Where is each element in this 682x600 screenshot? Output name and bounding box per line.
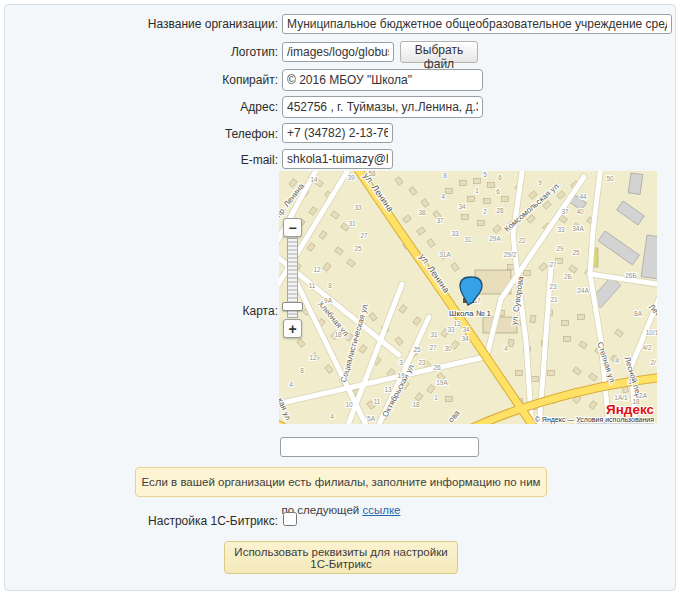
- yandex-map[interactable]: пр. Ленинаул. Ленинаул. ЛенинаКомсомольс…: [279, 171, 657, 424]
- org-name-input[interactable]: [282, 14, 672, 34]
- house-number: 33: [451, 230, 459, 237]
- house-number: 19А: [436, 379, 448, 386]
- house-number: 13: [384, 386, 392, 393]
- phone-label: Телефон:: [10, 127, 278, 141]
- house-number: 13: [453, 320, 461, 327]
- house-number: 5А: [367, 415, 376, 422]
- map-terms-link: Условия использования: [576, 416, 654, 423]
- house-number: 4: [441, 193, 445, 200]
- house-number: 1: [475, 187, 479, 194]
- house-number: 4: [615, 357, 619, 364]
- house-number: 2А: [639, 392, 648, 399]
- house-number: 34А: [572, 225, 584, 232]
- house-number: 37: [561, 208, 569, 215]
- house-number: 10/1: [646, 329, 657, 336]
- bitrix-setting-label: Настройка 1С-Битрикс:: [10, 514, 278, 528]
- branches-link[interactable]: ссылке: [362, 504, 400, 516]
- house-number: 12: [313, 266, 321, 273]
- map-extra-input[interactable]: [280, 437, 479, 457]
- house-number: 58: [368, 171, 376, 177]
- address-label: Адрес:: [10, 100, 278, 114]
- house-number: 11: [374, 398, 381, 405]
- house-number: 1А/1: [614, 394, 628, 401]
- house-number: 12: [309, 354, 317, 361]
- bitrix-setting-checkbox[interactable]: [283, 512, 297, 526]
- house-number: 4: [330, 413, 334, 420]
- logo-label: Логотип:: [10, 45, 278, 59]
- house-number: 39: [347, 174, 355, 181]
- house-number: 8А: [634, 310, 643, 317]
- house-number: 8: [328, 282, 332, 289]
- phone-input[interactable]: [282, 123, 393, 143]
- house-number: 26: [433, 364, 441, 371]
- house-number: 25: [413, 346, 421, 353]
- map-zoom-slider-handle[interactable]: [282, 302, 303, 311]
- house-number: 34: [462, 326, 470, 333]
- house-number: 24А: [577, 287, 589, 294]
- house-number: 6: [498, 174, 502, 181]
- house-number: 2: [483, 208, 487, 215]
- copyright-input[interactable]: [282, 69, 483, 91]
- house-number: 29: [556, 245, 564, 252]
- house-number: 29А: [489, 235, 501, 242]
- house-number: 31: [430, 331, 438, 338]
- house-number: 40: [576, 208, 584, 215]
- house-number: 22: [518, 237, 526, 244]
- house-number: 27: [360, 232, 368, 239]
- map-pin-label: Школа № 1: [449, 309, 491, 318]
- address-input[interactable]: [282, 96, 483, 118]
- house-number: 1: [628, 378, 632, 385]
- house-number: 27: [549, 261, 557, 268]
- org-name-label: Название организации:: [10, 17, 278, 31]
- house-number: 34: [458, 203, 466, 210]
- house-number: 9: [538, 179, 542, 186]
- house-number: 21: [550, 296, 558, 303]
- house-number: 26Б: [625, 272, 637, 279]
- map-attribution: © Яндекс — Условия использования: [535, 416, 654, 424]
- house-number: 33: [354, 204, 362, 211]
- house-number: 37: [436, 217, 444, 224]
- choose-file-button[interactable]: Выбрать файл: [400, 41, 478, 63]
- house-number: 1: [434, 394, 438, 401]
- email-label: E-mail:: [10, 153, 278, 167]
- house-number: 28: [496, 207, 504, 214]
- map-zoom-in-button[interactable]: +: [283, 319, 302, 338]
- copyright-label: Копирайт:: [10, 73, 278, 87]
- house-number: 6: [496, 188, 500, 195]
- logo-path-input[interactable]: [282, 42, 394, 62]
- house-number: 11: [309, 282, 316, 289]
- house-number: 4: [504, 345, 508, 352]
- house-number: 5: [483, 171, 487, 178]
- map-zoom-out-button[interactable]: −: [283, 218, 302, 237]
- house-number: 19: [397, 372, 405, 379]
- house-number: 25: [354, 245, 362, 252]
- house-number: 4: [289, 381, 293, 388]
- house-number: 31: [348, 220, 356, 227]
- branches-notice: Если в вашей организации есть филиалы, з…: [135, 467, 547, 497]
- house-number: 8: [300, 367, 304, 374]
- use-requisites-button[interactable]: Использовать реквизиты для настройки 1С-…: [224, 541, 458, 574]
- house-number: 33: [447, 326, 455, 333]
- house-number: 3: [399, 359, 403, 366]
- map-canvas: пр. Ленинаул. Ленинаул. ЛенинаКомсомольс…: [279, 171, 657, 424]
- house-number: 34: [461, 335, 469, 342]
- house-number: 27: [429, 344, 437, 351]
- house-number: 38: [418, 209, 426, 216]
- house-number: 25: [572, 249, 580, 256]
- house-number: 30: [444, 345, 452, 352]
- house-number: 18: [334, 331, 342, 338]
- house-number: 2/1: [650, 359, 657, 366]
- house-number: 31А: [439, 251, 451, 258]
- house-number: 50: [606, 175, 614, 182]
- house-number: 18: [412, 401, 420, 408]
- email-input[interactable]: [282, 149, 393, 169]
- house-number: 4/2: [642, 344, 651, 351]
- house-number: 9А: [324, 297, 333, 304]
- house-number: 23: [418, 359, 426, 366]
- house-number: 31: [464, 236, 472, 243]
- house-number: 29/2: [504, 251, 517, 258]
- house-number: 8: [443, 172, 447, 179]
- house-number: 10: [345, 401, 353, 408]
- house-number: 2Б: [564, 273, 572, 280]
- house-number: 23: [549, 283, 557, 290]
